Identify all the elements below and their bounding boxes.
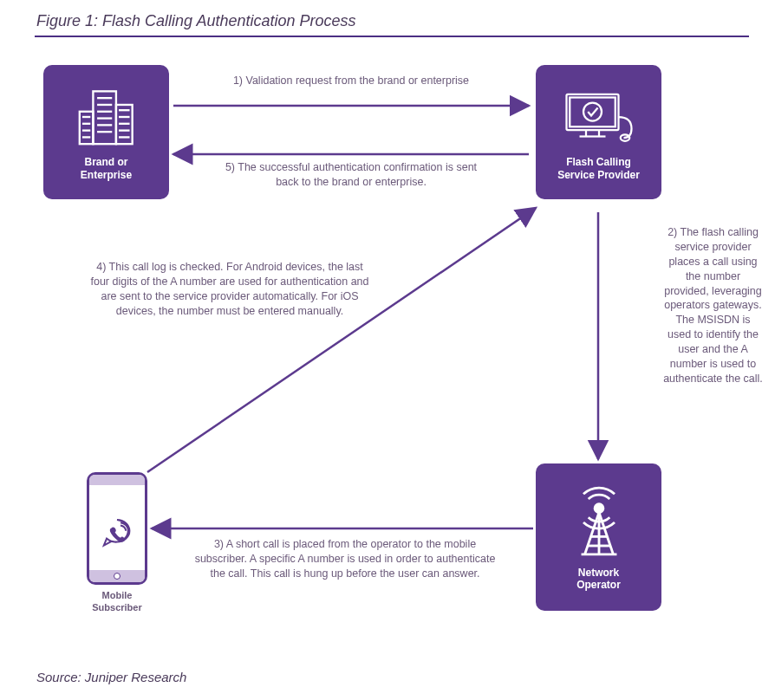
step-1-text: 1) Validation request from the brand or …: [221, 74, 481, 88]
source-text: Source: Juniper Research: [36, 670, 186, 684]
node-provider-label: Flash Calling Service Provider: [557, 156, 640, 181]
call-bubble-icon: [100, 516, 134, 551]
monitor-check-icon: [560, 83, 638, 151]
svg-rect-18: [566, 94, 618, 130]
svg-point-25: [595, 503, 603, 512]
buildings-icon: [73, 83, 140, 151]
node-operator: Network Operator: [536, 463, 661, 611]
node-brand: Brand or Enterprise: [43, 65, 169, 199]
svg-point-23: [583, 103, 602, 121]
step-3-text: 3) A short call is placed from the opera…: [189, 537, 501, 581]
step-5-text: 5) The successful authentication confirm…: [212, 160, 490, 190]
node-subscriber-label: Mobile Subscriber: [78, 590, 156, 614]
node-subscriber: Mobile Subscriber: [78, 472, 156, 614]
node-brand-label: Brand or Enterprise: [81, 156, 132, 181]
node-provider: Flash Calling Service Provider: [536, 65, 661, 199]
step-4-text: 4) This call log is checked. For Android…: [87, 260, 373, 319]
step-2-text: 2) The flash calling service provider pl…: [663, 225, 763, 386]
arrow-step4: [147, 208, 536, 472]
phone-icon: [87, 472, 147, 585]
diagram-canvas: Brand or Enterprise Flash Calling Servic…: [0, 0, 775, 700]
antenna-icon: [563, 483, 635, 561]
node-operator-label: Network Operator: [576, 567, 621, 592]
